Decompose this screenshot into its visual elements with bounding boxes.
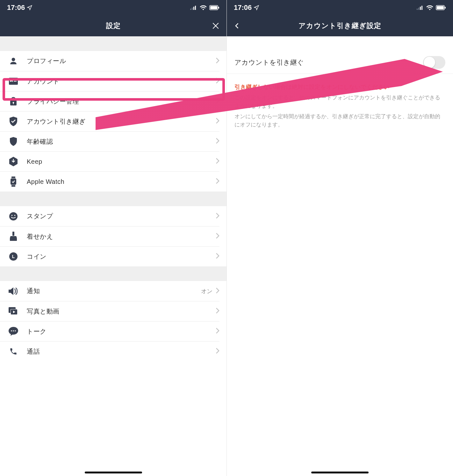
row-label: 通話 [27,347,216,356]
svg-rect-0 [190,9,191,10]
warning-block: 引き継ぎしない場合は絶対に設定をオンにしないでください この設定をオンにすると、… [227,83,453,134]
svg-rect-16 [11,177,15,178]
svg-rect-10 [14,80,17,80]
phone-icon [0,347,27,356]
settings-row-user[interactable]: プロフィール [0,51,226,71]
nav-bar: アカウント引き継ぎ設定 [227,15,453,36]
page-title: 設定 [106,21,121,31]
settings-row-id-card[interactable]: アカウント [0,71,226,91]
back-button[interactable] [233,21,241,30]
svg-rect-11 [14,81,17,82]
row-label: 通知 [27,287,201,295]
coin-icon: L [0,252,27,261]
row-label: トーク [27,327,216,336]
user-icon [0,57,27,65]
smile-icon [0,212,27,221]
close-icon [212,22,220,30]
chevron-right-icon [216,178,219,185]
svg-rect-15 [11,178,16,185]
wifi-icon [426,5,433,10]
svg-rect-21 [12,232,14,236]
settings-row-chat[interactable]: トーク [0,321,226,341]
chevron-right-icon [216,97,219,105]
shield-icon [0,137,27,146]
chevron-right-icon [216,233,219,240]
warning-text-gray-1: この設定をオンにすると、他のスマートフォンにアカウントを引き継ぐことができるよう… [234,94,445,111]
keep-hex-icon [0,157,27,166]
row-label: 年齢確認 [27,137,216,146]
settings-row-brush[interactable]: 着せかえ [0,226,226,246]
row-value: オン [201,287,212,295]
chevron-right-icon [216,158,219,165]
svg-point-29 [13,330,14,332]
chevron-right-icon [216,328,219,335]
svg-rect-6 [218,7,219,9]
watch-icon [0,177,27,187]
chevron-right-icon [216,348,219,355]
nav-bar: 設定 [0,15,226,36]
svg-rect-34 [421,6,422,10]
svg-rect-5 [210,6,217,9]
location-arrow-icon [254,5,259,11]
location-arrow-icon [27,5,32,11]
settings-row-phone[interactable]: 通話 [0,341,226,361]
account-transfer-toggle-row[interactable]: アカウントを引き継ぐ [227,51,453,74]
svg-point-19 [11,215,13,216]
row-label: コイン [27,252,216,261]
svg-rect-1 [192,8,193,10]
cell-signal-icon [190,5,197,10]
settings-row-shield[interactable]: 年齢確認 [0,131,226,151]
row-label: Keep [27,158,216,165]
svg-rect-36 [437,6,444,9]
row-label: プロフィール [27,57,216,65]
media-icon [0,307,27,315]
cell-signal-icon [417,5,424,10]
settings-row-keep-hex[interactable]: Keep [0,151,226,171]
warning-text-gray-2: オンにしてから一定時間が経過するか、引き継ぎが正常に完了すると、設定が自動的にオ… [234,112,445,129]
lock-icon [0,97,27,106]
chevron-right-icon [216,287,219,295]
svg-rect-37 [445,7,446,9]
wifi-icon [200,5,207,10]
row-label: 着せかえ [27,232,216,241]
status-time: 17:06 [234,4,252,12]
chevron-right-icon [216,77,219,85]
svg-text:L: L [12,254,15,259]
svg-rect-22 [10,238,17,241]
toggle-switch[interactable] [423,56,445,69]
row-label: 写真と動画 [27,307,216,316]
settings-row-smile[interactable]: スタンプ [0,206,226,226]
chevron-right-icon [216,57,219,65]
svg-point-9 [11,80,12,81]
close-button[interactable] [211,21,220,30]
settings-row-speaker[interactable]: 通知オン [0,281,226,301]
settings-row-shield-check[interactable]: アカウント引き継ぎ [0,111,226,131]
svg-point-30 [15,330,16,332]
speaker-icon [0,287,27,295]
chevron-left-icon [234,21,240,30]
row-label: アカウント [27,77,216,86]
chevron-right-icon [216,213,219,220]
chevron-right-icon [216,118,219,125]
home-indicator [311,472,369,473]
settings-row-lock[interactable]: プライバシー管理 [0,91,226,111]
toggle-label: アカウントを引き継ぐ [234,58,304,67]
status-bar: 17:06 [0,0,226,15]
status-time: 17:06 [7,4,25,12]
status-bar: 17:06 [227,0,453,15]
phone-left: 17:06 設定 [0,0,226,476]
brush-icon [0,232,27,241]
settings-row-media[interactable]: 写真と動画 [0,301,226,321]
settings-row-watch[interactable]: Apple Watch [0,171,226,191]
row-label: アカウント引き継ぎ [27,117,216,126]
phone-right: 17:06 アカウント引き継ぎ設定 [226,0,453,476]
battery-icon [436,5,446,10]
battery-icon [209,5,219,10]
chevron-right-icon [216,307,219,315]
svg-point-20 [14,215,16,216]
settings-row-coin[interactable]: Lコイン [0,246,226,266]
row-label: プライバシー管理 [27,97,216,106]
svg-rect-33 [420,7,421,10]
shield-check-icon [0,117,27,126]
row-label: Apple Watch [27,178,216,185]
